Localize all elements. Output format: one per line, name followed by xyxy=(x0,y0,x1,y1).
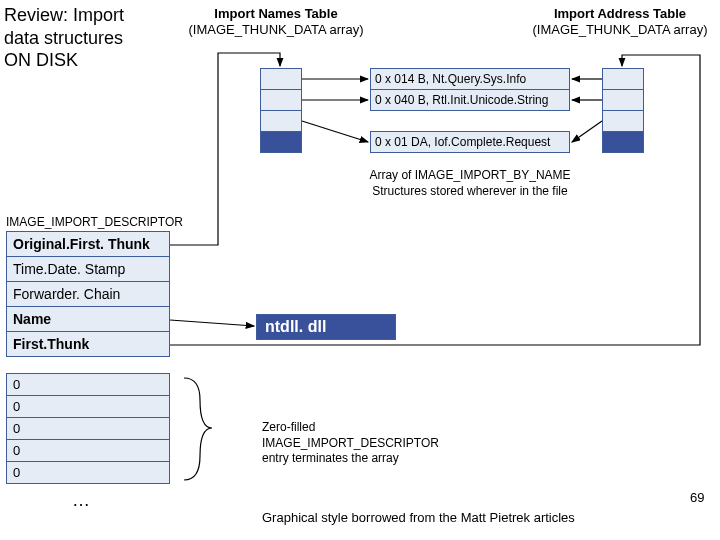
ibn-caption-l1: Array of IMAGE_IMPORT_BY_NAME xyxy=(369,168,570,182)
int-header-line2: (IMAGE_THUNK_DATA array) xyxy=(188,22,363,37)
iat-header-line2: (IMAGE_THUNK_DATA array) xyxy=(532,22,707,37)
ibn-caption: Array of IMAGE_IMPORT_BY_NAME Structures… xyxy=(358,168,582,199)
zero-descriptor-table: 0 0 0 0 0 xyxy=(6,374,170,484)
zero-caption-l1: Zero-filled xyxy=(262,420,315,434)
desc-forwarder-chain: Forwarder. Chain xyxy=(6,281,170,307)
descriptor-table: Original.First. Thunk Time.Date. Stamp F… xyxy=(6,232,170,357)
ellipsis: … xyxy=(72,490,90,511)
int-cell-null xyxy=(260,131,302,153)
ibn-row-2: 0 x 01 DA, Iof.Complete.Request xyxy=(370,131,570,153)
int-header-line1: Import Names Table xyxy=(214,6,337,21)
desc-time-date-stamp: Time.Date. Stamp xyxy=(6,256,170,282)
zero-caption: Zero-filled IMAGE_IMPORT_DESCRIPTOR entr… xyxy=(262,420,439,467)
zero-caption-l3: entry terminates the array xyxy=(262,451,399,465)
page-number: 69 xyxy=(690,490,704,505)
zero-row-4: 0 xyxy=(6,461,170,484)
ibn-row-0: 0 x 014 B, Nt.Query.Sys.Info xyxy=(370,68,570,90)
ibn-row-1: 0 x 040 B, Rtl.Init.Unicode.String xyxy=(370,89,570,111)
iat-header-line1: Import Address Table xyxy=(554,6,686,21)
int-cell-0 xyxy=(260,68,302,90)
int-cell-2 xyxy=(260,110,302,132)
int-cell-1 xyxy=(260,89,302,111)
zero-row-0: 0 xyxy=(6,373,170,396)
desc-original-first-thunk: Original.First. Thunk xyxy=(6,231,170,257)
iat-cell-null xyxy=(602,131,644,153)
zero-row-1: 0 xyxy=(6,395,170,418)
iat-cell-0 xyxy=(602,68,644,90)
desc-first-thunk: First.Thunk xyxy=(6,331,170,357)
svg-line-5 xyxy=(572,121,602,142)
iat-header: Import Address Table (IMAGE_THUNK_DATA a… xyxy=(520,6,720,39)
svg-line-6 xyxy=(170,320,254,326)
zero-row-2: 0 xyxy=(6,417,170,440)
ibn-caption-l2: Structures stored wherever in the file xyxy=(372,184,567,198)
dll-name-value: ntdll. dll xyxy=(256,314,396,340)
iid-label: IMAGE_IMPORT_DESCRIPTOR xyxy=(6,215,183,229)
zero-row-3: 0 xyxy=(6,439,170,462)
iat-cell-1 xyxy=(602,89,644,111)
svg-line-2 xyxy=(302,121,368,142)
int-header: Import Names Table (IMAGE_THUNK_DATA arr… xyxy=(176,6,376,39)
iat-cell-2 xyxy=(602,110,644,132)
footer-credit: Graphical style borrowed from the Matt P… xyxy=(262,510,575,525)
desc-name: Name xyxy=(6,306,170,332)
zero-caption-l2: IMAGE_IMPORT_DESCRIPTOR xyxy=(262,436,439,450)
slide-title: Review: Import data structures ON DISK xyxy=(4,4,154,72)
